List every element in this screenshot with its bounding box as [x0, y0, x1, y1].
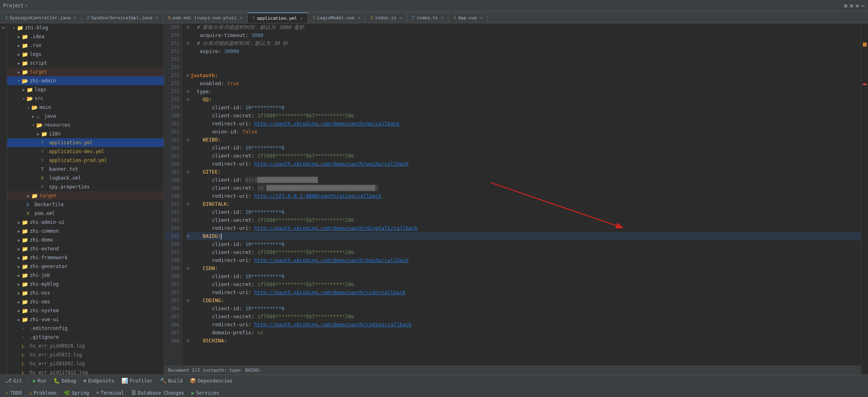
settings-icon[interactable]: ⚙: [844, 2, 847, 9]
build-button[interactable]: 🔨 Build: [157, 377, 186, 385]
sidebar-item-logbackxml[interactable]: ▶ X logback.xml: [7, 174, 164, 182]
sidebar-item-bannertxt[interactable]: ▶ T banner.txt: [7, 165, 164, 174]
sidebar-item-hs-err4[interactable]: ▶ L hs_err_pid117912.log: [7, 368, 164, 374]
sidebar-item-resources[interactable]: ▾ 📂 resources: [7, 121, 164, 129]
code-line-301: client-secret: 1f7d08**********5b7******…: [187, 280, 861, 289]
tab-sysuserserviceimpl[interactable]: J SysUserServiceImpl.java ×: [82, 12, 163, 23]
separator-1: [27, 377, 28, 385]
more-icon[interactable]: ⋯: [862, 2, 865, 9]
code-line-296: client-id: 10**********6: [187, 240, 861, 248]
dependencies-button[interactable]: 📦 Dependencies: [187, 377, 236, 385]
sidebar-item-logs2[interactable]: ▶ 📁 logs: [7, 85, 164, 94]
sidebar-item-target-root[interactable]: ▶ 📁 target: [7, 68, 164, 76]
sidebar-item-hs-err3[interactable]: ▶ L hs_err_pid91692.log: [7, 359, 164, 368]
tab-loginmodel[interactable]: V LoginModel.vue ×: [308, 12, 365, 23]
sidebar-item-java[interactable]: ▶ ☕ java: [7, 112, 164, 121]
sidebar-item-zhi-vue-ui[interactable]: ▶ 📁 zhi-vue-ui: [7, 315, 164, 324]
list-icon[interactable]: ≡: [850, 2, 853, 9]
tabs-bar: J SysLoginController.java × J SysUserSer…: [0, 11, 868, 23]
tab-indexts[interactable]: T index.ts ×: [407, 12, 449, 23]
sidebar-item-applicationdevyml[interactable]: ▶ Y application-dev.yml: [7, 147, 164, 156]
sidebar-item-script[interactable]: ▶ 📁 script: [7, 59, 164, 68]
sidebar-item-pomxml[interactable]: ▶ X pom.xml: [7, 209, 164, 218]
profiler-button[interactable]: 📊 Profiler: [118, 377, 156, 385]
sidebar-item-zhi-sms[interactable]: ▶ 📁 zhi-sms: [7, 297, 164, 306]
todo-icon: ✓: [6, 390, 8, 396]
sidebar-item-zhi-job[interactable]: ▶ 📁 zhi-job: [7, 271, 164, 280]
sidebar-item-logs[interactable]: ▶ 📁 logs: [7, 50, 164, 59]
debug-icon: 🐛: [53, 378, 60, 384]
sidebar-item-main[interactable]: ▾ 📂 main: [7, 103, 164, 112]
git-button[interactable]: ⎇ Git: [2, 377, 25, 385]
sidebar-item-run[interactable]: ▶ 📁 .run: [7, 41, 164, 50]
sidebar-item-hs-err2[interactable]: ▶ L hs_err_pid5872.log: [7, 350, 164, 359]
sidebar-item-zhi-blog[interactable]: ▾ 📁 zhi-blog: [7, 23, 164, 32]
build-icon: 🔨: [160, 378, 166, 384]
sidebar-item-zhi-oss[interactable]: ▶ 📁 zhi-oss: [7, 289, 164, 297]
code-area[interactable]: ⊟ # 获取分布式锁超时时间，默认为 3000 毫秒 acquire-timeo…: [183, 23, 861, 366]
problems-button[interactable]: ⚠ Problems: [26, 389, 60, 397]
dependencies-icon: 📦: [190, 378, 196, 384]
tab-syslogincontroller[interactable]: J SysLoginController.java ×: [0, 12, 82, 23]
code-line-303: ⊟ CODING:: [187, 297, 861, 305]
bookmarks-gutter[interactable]: B: [2, 27, 6, 29]
sidebar-item-zhi-admin[interactable]: ▾ 📂 zhi-admin: [7, 76, 164, 85]
sidebar-item-editorconfig[interactable]: ▶ · .editorconfig: [7, 324, 164, 333]
code-line-304: client-id: 10**********6: [187, 305, 861, 313]
swap-icon[interactable]: ⇄: [856, 2, 859, 9]
todo-button[interactable]: ✓ TODO: [2, 389, 25, 397]
sidebar-item-applicationprodyml[interactable]: ▶ Y application-prod.yml: [7, 156, 164, 165]
code-line-290: redirect-uri: http://127.0.0.1:8080/oaut…: [187, 192, 861, 200]
sidebar-item-zhi-system[interactable]: ▶ 📁 zhi-system: [7, 306, 164, 315]
sidebar-item-zhi-framework[interactable]: ▶ 📁 zhi-framework: [7, 253, 164, 262]
endpoints-button[interactable]: ⊕ Endpoints: [80, 377, 117, 385]
sidebar-item-target2[interactable]: ▶ 📁 target: [7, 191, 164, 200]
code-line-274: [187, 63, 861, 72]
sidebar-item-zhi-demo[interactable]: ▶ 📁 zhi-demo: [7, 235, 164, 244]
services-icon: ▶: [191, 390, 194, 396]
tab-pomxml[interactable]: X pom.xml (ruoyi-vue-plus) ×: [163, 12, 248, 23]
code-line-279: client-id: 10**********6: [187, 104, 861, 112]
debug-button[interactable]: 🐛 Debug: [50, 377, 79, 385]
editor-breadcrumb: Document 2/2 justauth: type: BAIDU:: [164, 366, 861, 374]
code-line-271: ⊟ # 分布式锁的超时时间，默认为 30 秒: [187, 39, 861, 47]
top-bar: Project ▾ ⚙ ≡ ⇄ ⋯: [0, 0, 868, 11]
sidebar-item-applicationyml[interactable]: ▶ Y application.yml: [7, 138, 164, 147]
sidebar-item-zhi-admin-ui[interactable]: ▶ 📁 zhi-admin-ui: [7, 218, 164, 227]
sidebar-item-zhi-myblog[interactable]: ▶ 📁 zhi-myblog: [7, 280, 164, 289]
sidebar-item-i18n[interactable]: ▶ 📁 i18n: [7, 129, 164, 138]
code-line-269: ⊟ # 获取分布式锁超时时间，默认为 3000 毫秒: [187, 23, 861, 31]
services-button[interactable]: ▶ Services: [188, 389, 222, 397]
sidebar-item-spyprops[interactable]: ▶ P spy.properties: [7, 182, 164, 191]
run-button[interactable]: ▶ Run: [30, 377, 50, 385]
tab-appvue[interactable]: V App.vue ×: [449, 12, 488, 23]
code-line-295: ⊟ BAIDU:: [187, 232, 861, 240]
code-line-282: union-id: false: [187, 128, 861, 136]
tab-indexjs[interactable]: J index.js ×: [365, 12, 407, 23]
code-line-305: client-secret: 1f7d08**********5b7******…: [187, 313, 861, 321]
sidebar-item-gitignore[interactable]: ▶ · .gitignore: [7, 333, 164, 342]
code-line-285: client-secret: 1f7d08**********5b7******…: [187, 152, 861, 160]
code-line-291: ⊟ DINGTALK:: [187, 200, 861, 208]
code-line-273: [187, 55, 861, 63]
sidebar-item-zhi-common[interactable]: ▶ 📁 zhi-common: [7, 227, 164, 235]
sidebar-item-zhi-generator[interactable]: ▶ 📁 zhi-generator: [7, 262, 164, 271]
sidebar-item-hs-err1[interactable]: ▶ L hs_err_pid40928.log: [7, 342, 164, 350]
dbchanges-icon: 🗄: [131, 390, 136, 396]
sidebar-item-src[interactable]: ▾ 📂 src: [7, 94, 164, 103]
tab-applicationyml[interactable]: Y application.yml ×: [248, 12, 308, 23]
code-line-294: redirect-uri: http://oauth.xkcoding.com/…: [187, 224, 861, 232]
spring-button[interactable]: 🌿 Spring: [61, 389, 92, 397]
code-line-280: client-secret: 1f7d08**********5b7******…: [187, 112, 861, 120]
code-line-270: acquire-timeout: 3000: [187, 31, 861, 39]
terminal-button[interactable]: ⌨ Terminal: [93, 389, 127, 397]
right-gutter-marker: [863, 43, 867, 47]
main-layout: B ▾ 📁 zhi-blog ▶ 📁 .idea ▶ 📁 .run ▶ 📁 lo…: [0, 23, 868, 374]
sidebar-item-idea[interactable]: ▶ 📁 .idea: [7, 32, 164, 41]
sidebar-item-zhi-extend[interactable]: ▶ 📁 zhi-extend: [7, 244, 164, 253]
dbchanges-button[interactable]: 🗄 Database Changes: [128, 389, 188, 397]
code-line-293: client-secret: 1f7d08**********5b7******…: [187, 216, 861, 224]
sidebar-item-dockerfile[interactable]: ▶ D Dockerfile: [7, 200, 164, 209]
code-line-288: client-id: 81c2████████████████████: [187, 176, 861, 184]
code-line-281: redirect-uri: http://oauth.xkcoding.com/…: [187, 120, 861, 128]
